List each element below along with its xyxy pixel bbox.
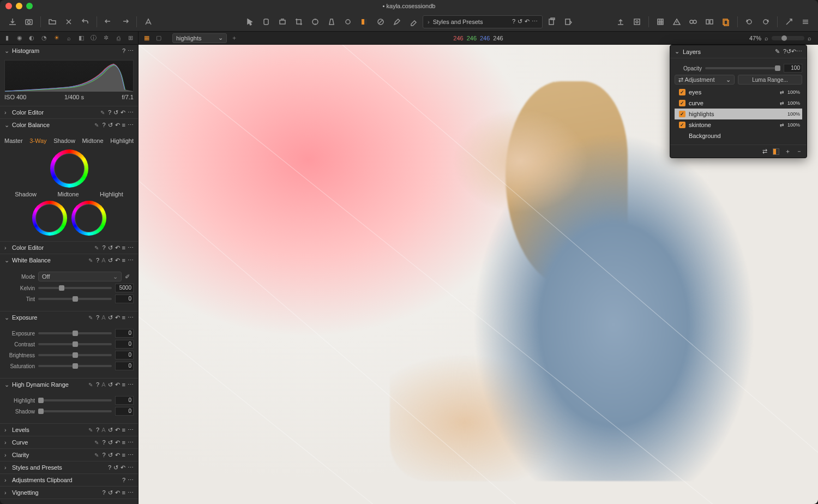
- undo-icon[interactable]: ↶: [791, 48, 796, 55]
- layer-visible-checkbox[interactable]: ✓: [679, 111, 685, 117]
- mask-tool-icon[interactable]: [357, 15, 371, 29]
- tint-slider[interactable]: [38, 298, 112, 300]
- search-tab-icon[interactable]: ⌕: [64, 33, 74, 43]
- hdr-shadow-slider[interactable]: [38, 410, 112, 412]
- menu-icon[interactable]: [798, 15, 813, 29]
- kelvin-value[interactable]: 5000: [115, 284, 134, 292]
- expand-icon[interactable]: [782, 15, 796, 29]
- brush-tool-icon[interactable]: [390, 15, 404, 29]
- sliders-icon[interactable]: ⇄: [780, 122, 784, 128]
- saturation-value[interactable]: 0: [115, 362, 134, 370]
- grid-icon[interactable]: [653, 15, 667, 29]
- redo-icon[interactable]: [118, 15, 132, 29]
- midtone-wheel[interactable]: [50, 149, 88, 188]
- styles-presets-dropdown[interactable]: › Styles and Presets ? ↺ ↶ ⋯: [423, 15, 543, 28]
- undo-large-icon[interactable]: [78, 15, 92, 29]
- undo-icon[interactable]: ↶: [115, 244, 120, 251]
- copy-adjustments-icon[interactable]: [545, 15, 559, 29]
- undo-icon[interactable]: ↶: [115, 381, 120, 388]
- hdr-highlight-value[interactable]: 0: [115, 396, 134, 405]
- tint-value[interactable]: 0: [115, 295, 134, 303]
- proof-icon[interactable]: [719, 15, 733, 29]
- reset-icon[interactable]: ↺: [108, 257, 113, 264]
- active-layer-select[interactable]: highlights⌄: [172, 33, 227, 43]
- add-layer-button[interactable]: ＋: [785, 147, 791, 155]
- help-icon[interactable]: ?: [102, 122, 105, 129]
- wb-mode-select[interactable]: Off⌄: [38, 272, 122, 281]
- color-tab-icon[interactable]: ◔: [39, 33, 49, 43]
- undo-icon[interactable]: ↶: [115, 314, 120, 321]
- exposure-tab-icon[interactable]: ☀: [52, 33, 62, 43]
- reset-icon[interactable]: ↺: [108, 314, 113, 321]
- help-icon[interactable]: ?: [108, 109, 111, 116]
- mask-toggle-icon[interactable]: [773, 148, 779, 155]
- undo-icon[interactable]: ↶: [115, 257, 120, 264]
- layer-visible-checkbox[interactable]: ✓: [679, 122, 685, 128]
- layer-item[interactable]: ✓eyes⇄100%: [675, 87, 802, 98]
- crop-tool-icon[interactable]: [292, 15, 306, 29]
- minimize-window-button[interactable]: [16, 3, 22, 9]
- saturation-slider[interactable]: [38, 365, 112, 367]
- print-icon[interactable]: [630, 15, 644, 29]
- undo-small-icon[interactable]: ↶: [525, 18, 530, 25]
- magnifier-icon[interactable]: ⌕: [765, 35, 768, 41]
- info-tab-icon[interactable]: ⓘ: [89, 33, 99, 43]
- layer-item[interactable]: ✓curve⇄100%: [675, 98, 802, 109]
- single-view-icon[interactable]: ▢: [154, 33, 164, 43]
- levels-header[interactable]: ›Levels✎?A↺↶≡⋯: [0, 424, 138, 436]
- clarity-header[interactable]: ›Clarity✎?↺↶≡⋯: [0, 449, 138, 461]
- exposure-value[interactable]: 0: [115, 329, 134, 338]
- layer-item[interactable]: ✓skintone⇄100%: [675, 119, 802, 130]
- tab-highlight[interactable]: Highlight: [110, 136, 134, 145]
- brightness-slider[interactable]: [38, 354, 112, 356]
- contrast-slider[interactable]: [38, 343, 112, 345]
- zoom-slider[interactable]: [772, 36, 804, 40]
- remove-layer-button[interactable]: －: [796, 147, 802, 155]
- details-tab-icon[interactable]: ◧: [76, 33, 86, 43]
- rotate-right-icon[interactable]: [759, 15, 773, 29]
- hdr-highlight-slider[interactable]: [38, 399, 112, 401]
- more-icon[interactable]: ⋯: [128, 47, 134, 55]
- apply-adjustments-icon[interactable]: [561, 15, 575, 29]
- settings-tab-icon[interactable]: ✲: [101, 33, 111, 43]
- sliders-icon[interactable]: ⇄: [780, 100, 784, 106]
- layer-item[interactable]: Background: [675, 130, 802, 141]
- straighten-tool-icon[interactable]: [308, 15, 322, 29]
- preset-icon[interactable]: ≡: [122, 244, 125, 251]
- color-editor-header[interactable]: › Color Editor ✎ ?↺↶⋯: [0, 106, 138, 118]
- reset-icon[interactable]: ↺: [108, 381, 113, 388]
- folder-open-icon[interactable]: [45, 15, 59, 29]
- undo-icon[interactable]: ↶: [121, 109, 125, 116]
- exposure-header[interactable]: ⌄ Exposure ✎ ?A↺↶≡⋯: [0, 311, 138, 323]
- undo-icon[interactable]: [101, 15, 116, 29]
- help-icon[interactable]: ?: [96, 257, 99, 264]
- cursor-tool-icon[interactable]: [243, 15, 257, 29]
- more-icon[interactable]: ⋯: [128, 381, 134, 388]
- contrast-value[interactable]: 0: [115, 340, 134, 349]
- histogram-header[interactable]: ⌄ Histogram ?⋯: [0, 45, 138, 57]
- rotate-tool-icon[interactable]: [275, 15, 290, 29]
- reset-icon[interactable]: ↺: [108, 244, 113, 251]
- help-icon[interactable]: ?: [122, 47, 125, 55]
- library-tab-icon[interactable]: ▮: [2, 33, 12, 43]
- clipboard-header[interactable]: ›Adjustments Clipboard?⋯: [0, 474, 138, 486]
- hdr-shadow-value[interactable]: 0: [115, 407, 134, 416]
- warning-icon[interactable]: [670, 15, 684, 29]
- close-x-icon[interactable]: [62, 15, 76, 29]
- tab-master[interactable]: Master: [4, 136, 23, 145]
- add-layer-icon[interactable]: ＋: [229, 33, 239, 43]
- camera-icon[interactable]: [22, 15, 36, 29]
- luma-range-button[interactable]: Luma Range...: [738, 75, 802, 85]
- styles-header[interactable]: ›Styles and Presets?↺↶⋯: [0, 461, 138, 473]
- more-icon[interactable]: ⋯: [128, 109, 134, 116]
- sliders-icon[interactable]: ⇄: [780, 111, 784, 117]
- spot-tool-icon[interactable]: [341, 15, 355, 29]
- batch-tab-icon[interactable]: ⊞: [126, 33, 136, 43]
- layer-type-select[interactable]: ⇄ Adjustment⌄: [675, 75, 735, 85]
- help-icon[interactable]: ?: [96, 314, 99, 321]
- eyedropper-icon[interactable]: ✐: [125, 273, 134, 280]
- tab-shadow[interactable]: Shadow: [53, 136, 75, 145]
- exposure-slider[interactable]: [38, 332, 112, 334]
- vignetting-header[interactable]: ›Vignetting?↺↶≡⋯: [0, 487, 138, 499]
- eraser-tool-icon[interactable]: [406, 15, 420, 29]
